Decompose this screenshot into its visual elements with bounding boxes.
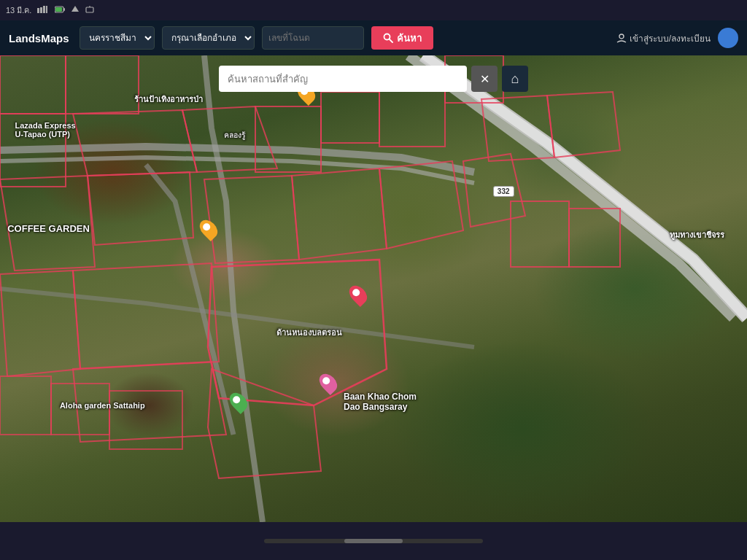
parcel-number-input[interactable] xyxy=(262,26,364,50)
auth-link[interactable]: เข้าสู่ระบบ/ลงทะเบียน xyxy=(616,31,711,45)
search-icon xyxy=(383,33,393,43)
svg-rect-8 xyxy=(86,7,93,12)
taskbar-icons xyxy=(37,6,94,15)
svg-line-11 xyxy=(390,39,392,42)
map-search-close-button[interactable]: ✕ xyxy=(471,66,498,92)
taskbar: 13 มี.ค. xyxy=(0,0,747,20)
bottom-bar xyxy=(0,522,747,560)
svg-marker-7 xyxy=(71,6,79,12)
user-icon xyxy=(616,33,627,43)
search-button[interactable]: ค้นหา xyxy=(371,26,433,50)
map-search-input[interactable] xyxy=(219,66,467,92)
district-select[interactable]: กรุณาเลือกอำเภอ เมือง บัวใหญ่ สูงเนิน xyxy=(162,26,255,50)
svg-rect-2 xyxy=(43,6,45,13)
svg-rect-0 xyxy=(37,8,39,13)
brand-logo: LandsMaps xyxy=(9,32,69,44)
map-container[interactable]: Lazada ExpressU-Tapao (UTP) ร้านป้าเทิงอ… xyxy=(0,55,747,522)
scrollbar-thumb[interactable] xyxy=(344,539,403,543)
svg-rect-1 xyxy=(40,7,42,13)
svg-rect-6 xyxy=(55,7,62,12)
map-home-button[interactable]: ⌂ xyxy=(502,66,528,92)
svg-point-12 xyxy=(619,34,624,39)
svg-rect-5 xyxy=(63,8,65,11)
scrollbar-track[interactable] xyxy=(264,539,483,543)
navbar: LandsMaps นครราชสีมา กรุงเทพฯ เชียงใหม่ … xyxy=(0,20,747,55)
map-search-overlay: ✕ ⌂ xyxy=(219,66,528,92)
map-background xyxy=(0,55,747,522)
taskbar-time: 13 มี.ค. xyxy=(6,4,31,17)
svg-point-10 xyxy=(384,34,390,40)
svg-rect-3 xyxy=(46,6,47,13)
user-avatar[interactable] xyxy=(718,28,738,48)
province-select[interactable]: นครราชสีมา กรุงเทพฯ เชียงใหม่ ขอนแก่น ชล… xyxy=(80,26,155,50)
